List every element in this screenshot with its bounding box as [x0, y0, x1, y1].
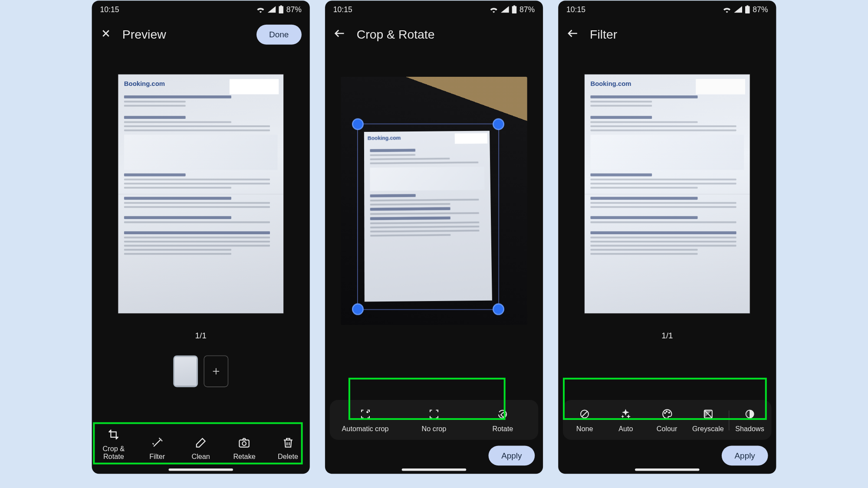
clean-button[interactable]: Clean: [180, 436, 221, 461]
automatic-crop-button[interactable]: Automatic crop: [331, 408, 399, 433]
filter-greyscale-button[interactable]: Greyscale: [687, 408, 729, 433]
signal-icon: [734, 6, 742, 13]
battery-percent: 87%: [286, 5, 302, 13]
document-brand-logo: Booking.com: [368, 135, 401, 141]
delete-button[interactable]: Delete: [267, 436, 309, 461]
wifi-icon: [256, 6, 266, 13]
svg-point-6: [666, 411, 667, 412]
page-title: Filter: [590, 27, 768, 41]
crop-handle-bl[interactable]: [352, 303, 364, 315]
signal-icon: [501, 6, 509, 13]
option-label: Greyscale: [692, 424, 724, 432]
page-indicator: 1/1: [195, 331, 207, 340]
thumbnail-strip: [173, 355, 228, 387]
camera-icon: [238, 436, 251, 449]
tool-label: Retake: [233, 452, 255, 461]
sparkle-icon: [620, 408, 631, 420]
home-indicator[interactable]: [635, 468, 700, 471]
close-icon[interactable]: [100, 27, 112, 41]
crop-handle-tr[interactable]: [493, 118, 504, 130]
battery-percent: 87%: [753, 5, 768, 13]
crop-option-bar: Automatic crop No crop Rotate: [330, 400, 539, 440]
header: Crop & Rotate: [325, 18, 543, 51]
header: Filter: [558, 18, 776, 51]
crop-rotate-button[interactable]: Crop & Rotate: [93, 428, 135, 461]
filter-content: Booking.com: [558, 51, 776, 387]
trash-icon: [282, 436, 295, 449]
preview-content: Booking.com: [92, 51, 310, 422]
crop-handle-br[interactable]: [493, 303, 504, 315]
status-bar: 10:15 87%: [558, 0, 776, 18]
none-icon: [579, 408, 591, 420]
back-icon[interactable]: [333, 27, 346, 42]
document-preview[interactable]: Booking.com: [118, 74, 283, 313]
phone-filter: 10:15 87% Filter Booking.com: [558, 0, 776, 474]
bottom-toolbar: Crop & Rotate Filter Clean Retake: [92, 422, 310, 474]
document-brand-logo: Booking.com: [124, 80, 165, 87]
shadows-icon: [744, 408, 756, 420]
option-label: Colour: [657, 424, 677, 432]
filter-none-button[interactable]: None: [564, 408, 605, 433]
svg-point-1: [243, 442, 247, 445]
phone-crop: 10:15 87% Crop & Rotate Booking.com: [325, 0, 543, 474]
svg-point-7: [668, 412, 669, 413]
page-title: Crop & Rotate: [357, 27, 535, 41]
svg-rect-3: [501, 412, 506, 417]
crop-photo[interactable]: Booking.com: [341, 76, 527, 324]
battery-icon: [278, 5, 284, 13]
wifi-icon: [722, 6, 732, 13]
filter-option-bar: None Auto Colour Greyscale: [563, 400, 772, 440]
back-icon[interactable]: [566, 27, 579, 42]
signal-icon: [268, 6, 276, 13]
svg-point-5: [664, 413, 665, 413]
status-icons: 87%: [256, 5, 302, 13]
filter-button[interactable]: Filter: [137, 436, 178, 461]
status-bar: 10:15 87%: [92, 0, 310, 18]
status-time: 10:15: [100, 5, 119, 13]
option-label: Rotate: [493, 424, 513, 432]
filter-auto-button[interactable]: Auto: [605, 408, 646, 433]
tool-label: Filter: [149, 452, 165, 461]
crop-content: Booking.com: [325, 51, 543, 377]
eraser-icon: [194, 436, 207, 449]
crop-handle-tl[interactable]: [352, 118, 364, 130]
tool-label: Clean: [191, 452, 210, 461]
done-button[interactable]: Done: [256, 24, 302, 44]
page-indicator: 1/1: [661, 331, 673, 340]
battery-percent: 87%: [519, 5, 535, 13]
page-title: Preview: [122, 27, 246, 41]
full-frame-icon: [428, 408, 440, 420]
apply-button[interactable]: Apply: [489, 445, 535, 465]
apply-button[interactable]: Apply: [722, 445, 768, 465]
document-preview[interactable]: Booking.com: [585, 74, 750, 313]
sparkle-icon: [151, 436, 164, 449]
retake-button[interactable]: Retake: [224, 436, 265, 461]
option-label: No crop: [422, 424, 447, 432]
status-bar: 10:15 87%: [325, 0, 543, 18]
status-icons: 87%: [722, 5, 768, 13]
option-label: None: [576, 424, 593, 432]
header: Preview Done: [92, 18, 310, 51]
home-indicator[interactable]: [402, 468, 467, 471]
wifi-icon: [489, 6, 499, 13]
filter-colour-button[interactable]: Colour: [646, 408, 687, 433]
add-page-button[interactable]: [204, 355, 228, 387]
rotate-button[interactable]: Rotate: [468, 408, 537, 433]
crop-rotate-icon: [107, 428, 120, 441]
battery-icon: [744, 5, 750, 13]
filter-shadows-button[interactable]: Shadows: [729, 408, 770, 433]
tool-label: Delete: [278, 452, 298, 461]
home-indicator[interactable]: [168, 468, 233, 471]
redaction-box: [230, 79, 279, 94]
document-brand-logo: Booking.com: [590, 80, 631, 87]
status-time: 10:15: [333, 5, 352, 13]
palette-icon: [661, 408, 673, 420]
battery-icon: [511, 5, 517, 13]
document-in-photo: Booking.com: [364, 131, 492, 301]
option-label: Automatic crop: [342, 424, 389, 432]
page-thumbnail[interactable]: [173, 355, 198, 387]
auto-crop-icon: [359, 408, 371, 420]
no-crop-button[interactable]: No crop: [400, 408, 468, 433]
status-icons: 87%: [489, 5, 535, 13]
option-label: Shadows: [735, 424, 764, 432]
